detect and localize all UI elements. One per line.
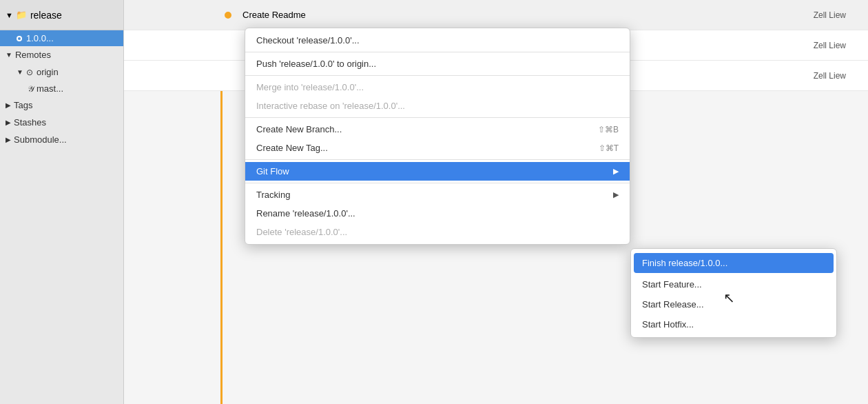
menu-item-new-tag[interactable]: Create New Tag... ⇧⌘T bbox=[245, 139, 630, 157]
sidebar-release-header[interactable]: ▼ 📁 release bbox=[0, 0, 123, 30]
menu-separator-1 bbox=[245, 52, 630, 52]
start-release-label: Start Release... bbox=[642, 299, 704, 310]
master-label: mast... bbox=[37, 83, 63, 94]
commit-author: Zell Liew bbox=[814, 10, 857, 20]
sidebar-release-label: release bbox=[30, 10, 62, 21]
sidebar-branch-label: 1.0.0... bbox=[26, 33, 54, 43]
tracking-label: Tracking bbox=[256, 190, 290, 200]
menu-item-new-branch[interactable]: Create New Branch... ⇧⌘B bbox=[245, 120, 630, 139]
table-row[interactable]: Create Readme Zell Liew bbox=[124, 0, 868, 30]
delete-label: Delete 'release/1.0.0'... bbox=[256, 227, 347, 237]
tracking-arrow-icon: ▶ bbox=[613, 190, 619, 199]
folder-icon: 📁 bbox=[16, 10, 27, 20]
stashes-label: Stashes bbox=[14, 117, 46, 128]
menu-item-delete: Delete 'release/1.0.0'... bbox=[245, 223, 630, 241]
rebase-label: Interactive rebase on 'release/1.0.0'... bbox=[256, 101, 405, 111]
tags-chevron-icon: ▶ bbox=[6, 101, 11, 109]
new-tag-shortcut: ⇧⌘T bbox=[599, 143, 619, 153]
sidebar-branch-item[interactable]: 1.0.0... bbox=[0, 30, 123, 46]
commit-author-3: Zell Liew bbox=[814, 71, 857, 81]
submenu-item-start-feature[interactable]: Start Feature... bbox=[631, 274, 836, 294]
submodules-chevron-icon: ▶ bbox=[6, 136, 11, 143]
github-icon: ⊙ bbox=[26, 68, 33, 77]
main-content: Create Readme Zell Liew Zell Liew Zell L… bbox=[124, 0, 868, 404]
sidebar-remotes-header[interactable]: ▼ Remotes bbox=[0, 46, 123, 63]
submodules-label: Submodule... bbox=[14, 134, 67, 145]
rename-label: Rename 'release/1.0.0'... bbox=[256, 208, 355, 219]
menu-item-checkout[interactable]: Checkout 'release/1.0.0'... bbox=[245, 31, 630, 50]
menu-separator-3 bbox=[245, 117, 630, 118]
submenu-item-start-release[interactable]: Start Release... bbox=[631, 294, 836, 314]
new-branch-shortcut: ⇧⌘B bbox=[598, 125, 619, 134]
menu-item-git-flow[interactable]: Git Flow ▶ bbox=[245, 162, 630, 181]
tags-label: Tags bbox=[14, 100, 32, 110]
menu-separator-2 bbox=[245, 75, 630, 76]
new-branch-label: Create New Branch... bbox=[256, 124, 342, 134]
new-tag-label: Create New Tag... bbox=[256, 143, 328, 153]
finish-release-label: Finish release/1.0.0... bbox=[642, 258, 727, 268]
start-feature-label: Start Feature... bbox=[642, 279, 702, 290]
sidebar-master-item[interactable]: 𝒴 mast... bbox=[0, 81, 123, 97]
origin-chevron-icon: ▼ bbox=[17, 68, 23, 76]
context-menu-primary: Checkout 'release/1.0.0'... Push 'releas… bbox=[245, 28, 630, 245]
menu-item-tracking[interactable]: Tracking ▶ bbox=[245, 185, 630, 204]
sidebar: ▼ 📁 release 1.0.0... ▼ Remotes ▼ ⊙ origi… bbox=[0, 0, 124, 404]
origin-label: origin bbox=[37, 67, 59, 77]
menu-separator-5 bbox=[245, 183, 630, 183]
chevron-icon: ▼ bbox=[6, 11, 13, 19]
sidebar-stashes-header[interactable]: ▶ Stashes bbox=[0, 114, 123, 131]
commit-dot bbox=[225, 12, 231, 19]
menu-item-merge: Merge into 'release/1.0.0'... bbox=[245, 78, 630, 97]
submenu-item-start-hotfix[interactable]: Start Hotfix... bbox=[631, 314, 836, 334]
sidebar-origin-header[interactable]: ▼ ⊙ origin bbox=[0, 63, 123, 81]
menu-item-rebase: Interactive rebase on 'release/1.0.0'... bbox=[245, 97, 630, 115]
merge-label: Merge into 'release/1.0.0'... bbox=[256, 82, 364, 92]
branch-dot-icon bbox=[17, 36, 22, 41]
sidebar-tags-header[interactable]: ▶ Tags bbox=[0, 97, 123, 114]
remotes-chevron-icon: ▼ bbox=[6, 51, 12, 59]
branch-icon: 𝒴 bbox=[28, 84, 33, 94]
git-flow-arrow-icon: ▶ bbox=[613, 167, 619, 176]
app-background: ▼ 📁 release 1.0.0... ▼ Remotes ▼ ⊙ origi… bbox=[0, 0, 868, 404]
context-menu-submenu: Finish release/1.0.0... Start Feature...… bbox=[630, 248, 837, 338]
git-flow-label: Git Flow bbox=[256, 166, 289, 176]
sidebar-submodules-header[interactable]: ▶ Submodule... bbox=[0, 131, 123, 148]
commit-message: Create Readme bbox=[231, 10, 814, 20]
stashes-chevron-icon: ▶ bbox=[6, 119, 11, 126]
push-label: Push 'release/1.0.0' to origin... bbox=[256, 59, 376, 69]
checkout-label: Checkout 'release/1.0.0'... bbox=[256, 35, 360, 46]
remotes-label: Remotes bbox=[15, 50, 51, 60]
menu-item-rename[interactable]: Rename 'release/1.0.0'... bbox=[245, 204, 630, 223]
submenu-item-finish-release[interactable]: Finish release/1.0.0... bbox=[634, 253, 834, 273]
start-hotfix-label: Start Hotfix... bbox=[642, 319, 694, 330]
commit-author-2: Zell Liew bbox=[814, 41, 857, 50]
menu-item-push[interactable]: Push 'release/1.0.0' to origin... bbox=[245, 54, 630, 73]
menu-separator-4 bbox=[245, 159, 630, 160]
